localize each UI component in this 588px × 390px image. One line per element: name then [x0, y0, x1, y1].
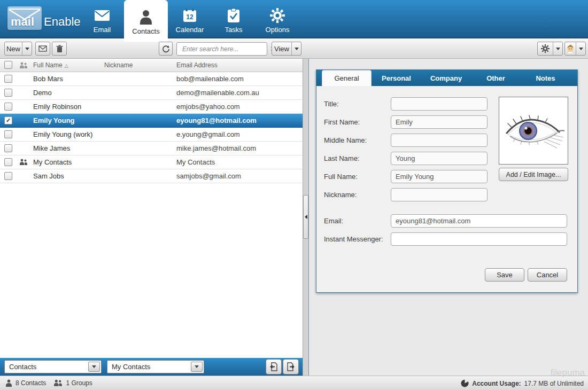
table-row[interactable]: Mike James mike.james@hotmail.com — [0, 142, 303, 155]
detail-tab[interactable]: Notes — [521, 70, 570, 86]
field-input[interactable] — [391, 134, 488, 147]
table-header: Full Name△ Nickname Email Address — [0, 59, 303, 72]
refresh-button[interactable] — [159, 42, 173, 56]
contacts-icon — [138, 9, 154, 25]
nav-item-contacts[interactable]: Contacts — [124, 0, 168, 42]
new-button-label: New — [5, 45, 22, 53]
contact-full-name: Bob Mars — [33, 75, 63, 83]
table-row[interactable]: Emily Young (work) e.young@gmail.com — [0, 128, 303, 142]
detail-tab[interactable]: Other — [471, 70, 521, 86]
search-box[interactable]: ✕ — [176, 42, 267, 56]
trash-icon — [56, 45, 63, 53]
nav-item-options[interactable]: Options — [256, 0, 299, 38]
contact-email: emjobs@yahoo.com — [176, 103, 240, 111]
usage-pie-icon — [461, 379, 469, 387]
detail-tab[interactable]: General — [322, 70, 372, 86]
detail-tab-label: Other — [486, 74, 505, 82]
refresh-icon — [162, 45, 170, 53]
delete-button[interactable] — [52, 42, 67, 56]
view-button[interactable]: View — [272, 42, 301, 56]
account-dropdown-arrow[interactable] — [576, 42, 585, 55]
detail-tab-label: Notes — [536, 74, 555, 82]
table-row[interactable]: My Contacts My Contacts — [0, 155, 303, 169]
field-input[interactable] — [391, 188, 488, 201]
detail-tab-label: Personal — [382, 74, 411, 82]
nav-item-label: Email — [94, 26, 111, 34]
row-checkbox[interactable] — [4, 144, 12, 152]
field-label: First Name: — [324, 115, 391, 134]
new-button[interactable]: New — [4, 42, 32, 56]
splitter-collapse-handle[interactable] — [303, 195, 308, 239]
select-all-checkbox[interactable] — [4, 61, 12, 69]
field-label: Last Name: — [324, 152, 391, 170]
field-input[interactable] — [391, 214, 567, 228]
table-row[interactable]: Bob Mars bob@mailenable.com — [0, 72, 303, 86]
table-row[interactable]: Demo demo@mailenable.com.au — [0, 86, 303, 100]
top-nav: mail Enable Email Contacts 12 Calendar — [0, 0, 588, 38]
add-edit-image-button[interactable]: Add / Edit Image... — [499, 168, 568, 181]
contact-email: eyoung81@hotmail.com — [176, 116, 257, 124]
field-input[interactable] — [391, 115, 488, 129]
view-dropdown-arrow[interactable] — [291, 42, 301, 55]
column-header-full-name[interactable]: Full Name△ — [33, 61, 68, 69]
row-checkbox[interactable] — [4, 89, 12, 97]
group-select-arrow[interactable] — [191, 362, 203, 372]
compose-email-button[interactable] — [35, 42, 50, 56]
nav-item-calendar[interactable]: 12 Calendar — [168, 0, 212, 38]
table-row[interactable]: Sam Jobs samjobs@gmail.com — [0, 169, 303, 183]
calendar-icon: 12 — [182, 7, 198, 24]
export-contacts-button[interactable] — [283, 359, 299, 375]
import-contacts-button[interactable] — [266, 359, 282, 375]
field-label: Middle Name: — [324, 134, 391, 152]
detail-tab-label: Company — [430, 74, 462, 82]
detail-tab[interactable]: Company — [421, 70, 471, 86]
contact-email: bob@mailenable.com — [176, 75, 244, 83]
settings-button[interactable] — [537, 42, 563, 56]
mailenable-logo[interactable]: mail Enable — [7, 6, 81, 30]
folder-select[interactable]: Contacts — [4, 360, 102, 373]
row-checkbox[interactable] — [4, 130, 12, 138]
list-footer-bar: Contacts My Contacts — [0, 358, 303, 376]
contact-list-pane: Full Name△ Nickname Email Address Bob Ma… — [0, 59, 303, 358]
account-button[interactable] — [564, 42, 586, 56]
row-checkbox[interactable]: ✓ — [4, 116, 12, 124]
field-input[interactable] — [391, 170, 488, 183]
mailenable-app: mail Enable Email Contacts 12 Calendar — [0, 0, 588, 390]
field-input[interactable] — [391, 232, 567, 246]
pane-splitter[interactable] — [303, 59, 309, 376]
folder-select-value: Contacts — [5, 363, 88, 371]
table-row[interactable]: Emily Robinson emjobs@yahoo.com — [0, 100, 303, 114]
detail-tab-label: General — [334, 74, 359, 82]
nav-item-email[interactable]: Email — [80, 0, 124, 38]
sort-ascending-icon: △ — [65, 63, 68, 68]
row-checkbox[interactable] — [4, 103, 12, 111]
field-label: Email: — [324, 214, 391, 232]
cancel-button[interactable]: Cancel — [528, 268, 567, 282]
column-header-email[interactable]: Email Address — [176, 61, 218, 69]
field-row: Instant Messenger: — [316, 232, 578, 251]
field-row: Nickname: — [316, 188, 578, 206]
logo-envelope-icon: mail — [7, 6, 42, 30]
row-checkbox[interactable] — [4, 172, 12, 180]
save-button[interactable]: Save — [485, 268, 524, 282]
nav-item-tasks[interactable]: Tasks — [212, 0, 256, 38]
usage-value: 17.7 MB of Unlimited — [524, 380, 584, 387]
groups-count: 1 Groups — [66, 379, 92, 387]
nav-items: Email Contacts 12 Calendar Tasks — [80, 0, 299, 38]
nav-item-label: Options — [266, 26, 290, 34]
settings-dropdown-arrow[interactable] — [553, 42, 562, 55]
row-checkbox[interactable] — [4, 158, 12, 166]
contact-count-icon — [5, 379, 12, 387]
column-header-nickname[interactable]: Nickname — [104, 61, 133, 69]
row-checkbox[interactable] — [4, 75, 12, 83]
detail-tab[interactable]: Personal — [372, 70, 421, 86]
field-input[interactable] — [391, 152, 488, 165]
field-input[interactable] — [391, 97, 488, 111]
search-input[interactable] — [182, 45, 266, 53]
field-label: Title: — [324, 97, 391, 115]
field-label: Instant Messenger: — [324, 232, 391, 251]
table-row[interactable]: ✓ Emily Young eyoung81@hotmail.com — [0, 114, 303, 128]
group-select[interactable]: My Contacts — [107, 360, 204, 373]
folder-select-arrow[interactable] — [88, 362, 100, 372]
new-dropdown-arrow[interactable] — [22, 42, 32, 55]
